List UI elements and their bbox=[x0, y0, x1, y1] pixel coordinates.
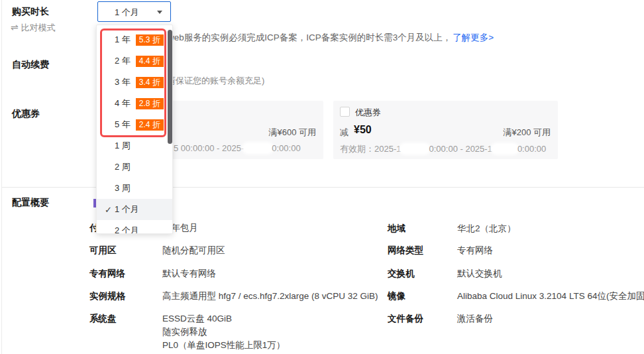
coupon-validity: 有效期：2025-10:00:00 - 2025-10:00:00 bbox=[340, 143, 546, 155]
validity-text: 0:00:00 bbox=[517, 144, 546, 154]
coupon-checkbox[interactable] bbox=[340, 107, 350, 117]
validity-text: 5 00:00:00 - 2025- bbox=[174, 143, 244, 153]
coupon-checkbox-label: 优惠券 bbox=[355, 107, 381, 119]
cfg-label-system-disk: 系统盘 bbox=[89, 313, 117, 325]
option-3-years[interactable]: 3 年 3.4 折 bbox=[97, 72, 172, 93]
coupon-reduce-label: 减 bbox=[340, 127, 349, 139]
option-label: 3 周 bbox=[115, 182, 131, 194]
option-5-years[interactable]: 5 年 2.4 折 bbox=[97, 114, 172, 135]
purchase-duration-label: 购买时长 bbox=[12, 6, 49, 18]
discount-badge: 2.4 折 bbox=[136, 119, 164, 131]
option-label: 2 周 bbox=[115, 161, 131, 173]
option-label: 1 年 bbox=[115, 34, 131, 46]
ecs-purchase-page: 购买时长 ⇌比对模式 自动续费 优惠券 配置概要 web服务的实例必须完成ICP… bbox=[0, 0, 644, 354]
cfg-value-network-type: 专有网络 bbox=[457, 245, 493, 257]
cfg-label-region: 地域 bbox=[388, 223, 405, 235]
option-1-year[interactable]: 1 年 5.3 折 bbox=[97, 29, 172, 50]
cfg-value-system-disk-3: PL0（单盘IOPS性能上限1万） bbox=[162, 339, 285, 351]
cfg-label-image: 镜像 bbox=[388, 290, 405, 302]
coupon-amount: ¥50 bbox=[354, 124, 372, 136]
option-label: 4 年 bbox=[115, 97, 131, 109]
auto-renew-note-fragment: 请保证您的账号余额充足) bbox=[167, 75, 264, 87]
cfg-label-vpc: 专有网络 bbox=[89, 268, 125, 280]
discount-badge: 2.8 折 bbox=[136, 98, 164, 109]
option-label: 2 年 bbox=[115, 55, 131, 67]
coupon-card-50: 优惠券 减 ¥50 满¥200 可用 有效期：2025-10:00:00 - 2… bbox=[333, 101, 558, 159]
compare-mode-text: 比对模式 bbox=[21, 23, 56, 32]
option-1-month-selected[interactable]: ✓ 1 个月 bbox=[97, 199, 172, 220]
option-label: 3 年 bbox=[115, 76, 131, 88]
icp-note-text: web服务的实例必须完成ICP备案，ICP备案实例的时长需3个月及以上， bbox=[168, 32, 451, 42]
option-2-months-partial[interactable]: 2 个月 bbox=[97, 220, 172, 234]
cfg-value-vswitch: 默认交换机 bbox=[457, 268, 502, 280]
cfg-value-vpc: 默认专有网络 bbox=[162, 268, 216, 280]
option-1-week[interactable]: 1 周 bbox=[97, 135, 172, 156]
check-icon: ✓ bbox=[105, 205, 112, 215]
cfg-label-vswitch: 交换机 bbox=[388, 268, 415, 280]
compare-mode-link[interactable]: ⇌比对模式 bbox=[11, 22, 56, 34]
option-label: 5 年 bbox=[115, 119, 131, 131]
option-label: 1 周 bbox=[115, 140, 131, 152]
discount-badge: 4.4 折 bbox=[136, 56, 164, 67]
option-3-weeks[interactable]: 3 周 bbox=[97, 178, 172, 199]
coupon-validity: 5 00:00:00 - 2025-0:00:00 bbox=[174, 143, 301, 153]
cfg-value-region: 华北2（北京） bbox=[457, 223, 516, 235]
duration-select-value: 1 个月 bbox=[115, 7, 139, 19]
duration-select[interactable]: 1 个月 bbox=[97, 1, 171, 22]
cfg-value-system-disk-2: 随实例释放 bbox=[162, 326, 207, 338]
option-label: 2 个月 bbox=[115, 225, 139, 234]
validity-text: 有效期：2025-1 bbox=[340, 144, 401, 154]
cfg-value-instance-type: 高主频通用型 hfg7 / ecs.hfg7.2xlarge (8 vCPU 3… bbox=[162, 290, 378, 302]
icp-requirement-note: web服务的实例必须完成ICP备案，ICP备案实例的时长需3个月及以上，了解更多… bbox=[168, 32, 494, 44]
left-edge-line bbox=[1, 0, 2, 354]
auto-renew-label: 自动续费 bbox=[12, 59, 49, 71]
cfg-label-zone: 可用区 bbox=[89, 245, 117, 257]
redaction-blur bbox=[492, 145, 517, 153]
cfg-value-file-backup: 激活备份 bbox=[457, 313, 493, 325]
option-label: 1 个月 bbox=[115, 204, 139, 215]
cfg-label-instance-type: 实例规格 bbox=[89, 290, 125, 302]
validity-text: 0:00:00 - 2025-1 bbox=[429, 144, 492, 154]
chevron-down-icon bbox=[157, 11, 162, 14]
duration-option-list: 1 年 5.3 折 2 年 4.4 折 3 年 3.4 折 4 年 2.8 折 … bbox=[97, 29, 172, 234]
discount-badge: 5.3 折 bbox=[136, 34, 164, 46]
option-4-years[interactable]: 4 年 2.8 折 bbox=[97, 93, 172, 114]
validity-text: 0:00:00 bbox=[272, 143, 300, 153]
redaction-blur bbox=[244, 144, 272, 152]
redaction-blur bbox=[401, 145, 429, 153]
config-summary-label: 配置概要 bbox=[12, 197, 49, 209]
discount-badge: 3.4 折 bbox=[136, 77, 164, 88]
option-2-years[interactable]: 2 年 4.4 折 bbox=[97, 50, 172, 72]
coupon-threshold: 满¥600 可用 bbox=[268, 127, 316, 139]
coupon-threshold: 满¥200 可用 bbox=[503, 127, 551, 139]
cfg-label-file-backup: 文件备份 bbox=[388, 313, 423, 325]
learn-more-link[interactable]: 了解更多> bbox=[453, 32, 494, 42]
swap-arrows-icon: ⇌ bbox=[11, 22, 19, 32]
cfg-value-zone: 随机分配可用区 bbox=[162, 245, 225, 257]
dropdown-scrollbar-thumb[interactable] bbox=[168, 30, 172, 144]
duration-dropdown: 1 年 5.3 折 2 年 4.4 折 3 年 3.4 折 4 年 2.8 折 … bbox=[96, 25, 173, 234]
cfg-label-network-type: 网络类型 bbox=[388, 245, 423, 257]
cfg-value-image: Alibaba Cloud Linux 3.2104 LTS 64位(安全加固) bbox=[457, 290, 644, 302]
option-2-weeks[interactable]: 2 周 bbox=[97, 156, 172, 178]
cfg-value-system-disk-1: ESSD云盘 40GiB bbox=[162, 313, 232, 325]
coupon-section-label: 优惠券 bbox=[12, 108, 40, 120]
